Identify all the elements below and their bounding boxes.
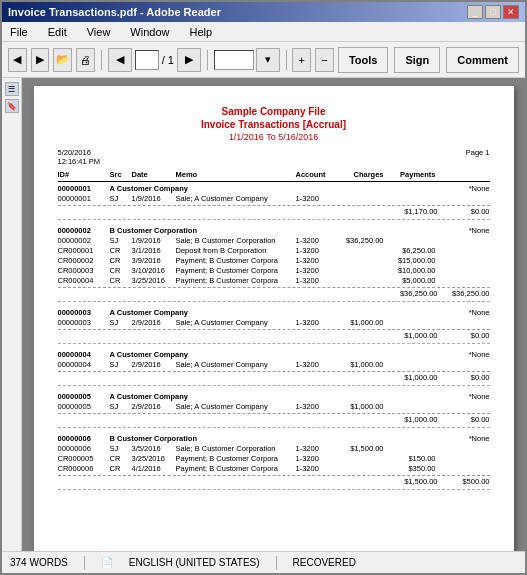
menu-help[interactable]: Help <box>185 25 216 39</box>
col-header-id: ID# <box>58 170 110 179</box>
trx-divider <box>58 385 490 386</box>
line-id: CR000005 <box>58 454 110 463</box>
prev-page-button[interactable]: ◀ <box>108 48 132 72</box>
trx-total-payments: $0.00 <box>438 207 490 216</box>
trx-main-id: 00000006 <box>58 434 110 443</box>
col-header-payments: Payments <box>384 170 436 179</box>
line-account: 1-3200 <box>296 444 332 453</box>
table-row: CR000003 CR 3/10/2016 Payment; B Custome… <box>58 266 490 275</box>
line-date: 3/25/2016 <box>132 454 176 463</box>
line-id: 00000003 <box>58 318 110 327</box>
line-payments: $6,250.00 <box>384 246 436 255</box>
trx-total-payments: $0.00 <box>438 415 490 424</box>
col-header-charges: Charges <box>332 170 384 179</box>
comment-button[interactable]: Comment <box>446 47 519 73</box>
line-account: 1-3200 <box>296 276 332 285</box>
minimize-button[interactable]: _ <box>467 5 483 19</box>
line-id: 00000004 <box>58 360 110 369</box>
line-date: 4/1/2016 <box>132 464 176 473</box>
report-title: Invoice Transactions [Accrual] <box>58 119 490 130</box>
table-row: 00000001 SJ 1/9/2016 Sale; A Customer Co… <box>58 194 490 203</box>
status-sep-1 <box>84 556 85 570</box>
table-row: CR000006 CR 4/1/2016 Payment; B Customer… <box>58 464 490 473</box>
zoom-control: 72.2% ▾ <box>214 48 280 72</box>
line-payments <box>384 444 436 453</box>
line-payments: $15,000.00 <box>384 256 436 265</box>
page-sep: / <box>162 54 165 66</box>
line-payments <box>384 360 436 369</box>
line-memo: Sale; A Customer Company <box>176 194 296 203</box>
next-page-button[interactable]: ▶ <box>177 48 201 72</box>
trx-company: A Customer Company <box>110 350 188 359</box>
trx-total-row: $1,000.00 $0.00 <box>58 413 490 424</box>
line-src: SJ <box>110 402 132 411</box>
print-button[interactable]: 🖨 <box>76 48 95 72</box>
trx-company: A Customer Company <box>110 308 188 317</box>
sign-button[interactable]: Sign <box>394 47 440 73</box>
line-memo: Sale; A Customer Company <box>176 402 296 411</box>
trx-main-id: 00000002 <box>58 226 110 235</box>
trx-total-charges: $1,000.00 <box>386 415 438 424</box>
line-src: CR <box>110 246 132 255</box>
trx-total-charges: $36,250.00 <box>386 289 438 298</box>
line-id: CR000004 <box>58 276 110 285</box>
zoom-dropdown-button[interactable]: ▾ <box>256 48 280 72</box>
line-date: 2/9/2016 <box>132 402 176 411</box>
trx-total-payments: $0.00 <box>438 373 490 382</box>
line-src: CR <box>110 266 132 275</box>
table-row: 00000005 SJ 2/9/2016 Sale; A Customer Co… <box>58 402 490 411</box>
trx-name-row: 00000001 A Customer Company *None <box>58 184 490 193</box>
trx-name-row: 00000006 B Customer Corporation *None <box>58 434 490 443</box>
line-id: CR000006 <box>58 464 110 473</box>
line-memo: Deposit from B Corporation <box>176 246 296 255</box>
trx-divider <box>58 301 490 302</box>
open-button[interactable]: 📂 <box>53 48 72 72</box>
content-area[interactable]: Sample Company File Invoice Transactions… <box>22 78 525 551</box>
menu-file[interactable]: File <box>6 25 32 39</box>
menu-edit[interactable]: Edit <box>44 25 71 39</box>
back-button[interactable]: ◀ <box>8 48 27 72</box>
trx-group: 00000002 B Customer Corporation *None 00… <box>58 226 490 302</box>
zoom-in-button[interactable]: + <box>292 48 311 72</box>
trx-total-row: $1,500.00 $500.00 <box>58 475 490 486</box>
report-header-row: 5/20/2016 12:16:41 PM Page 1 <box>58 148 490 166</box>
pdf-page: Sample Company File Invoice Transactions… <box>34 86 514 551</box>
trx-group: 00000004 A Customer Company *None 000000… <box>58 350 490 386</box>
menu-window[interactable]: Window <box>126 25 173 39</box>
tools-button[interactable]: Tools <box>338 47 389 73</box>
line-charges: $36,250.00 <box>332 236 384 245</box>
line-account: 1-3200 <box>296 318 332 327</box>
forward-button[interactable]: ▶ <box>31 48 50 72</box>
report-timestamp: 5/20/2016 12:16:41 PM <box>58 148 101 166</box>
line-memo: Payment; B Customer Corpora <box>176 256 296 265</box>
app-window: Invoice Transactions.pdf - Adobe Reader … <box>0 0 527 575</box>
line-charges <box>332 276 384 285</box>
line-id: CR000001 <box>58 246 110 255</box>
trx-group: 00000003 A Customer Company *None 000000… <box>58 308 490 344</box>
toolbar-sep-2 <box>207 50 208 70</box>
panel-icon-2[interactable]: 🔖 <box>5 99 19 113</box>
line-src: SJ <box>110 444 132 453</box>
menu-view[interactable]: View <box>83 25 115 39</box>
trx-none-label: *None <box>469 184 490 193</box>
col-header-memo: Memo <box>176 170 296 179</box>
page-number-input[interactable]: 1 <box>135 50 159 70</box>
window-controls[interactable]: _ □ ✕ <box>467 5 519 19</box>
trx-total-payments: $0.00 <box>438 331 490 340</box>
trx-total-charges: $1,000.00 <box>386 373 438 382</box>
line-memo: Payment; B Customer Corpora <box>176 266 296 275</box>
trx-total-row: $1,000.00 $0.00 <box>58 371 490 382</box>
line-memo: Sale; B Customer Corporation <box>176 236 296 245</box>
panel-icon-1[interactable]: ☰ <box>5 82 19 96</box>
line-charges <box>332 256 384 265</box>
close-button[interactable]: ✕ <box>503 5 519 19</box>
line-account: 1-3200 <box>296 360 332 369</box>
title-bar: Invoice Transactions.pdf - Adobe Reader … <box>2 2 525 22</box>
line-payments <box>384 318 436 327</box>
zoom-input[interactable]: 72.2% <box>214 50 254 70</box>
trx-divider <box>58 219 490 220</box>
zoom-out-button[interactable]: − <box>315 48 334 72</box>
line-payments <box>384 236 436 245</box>
maximize-button[interactable]: □ <box>485 5 501 19</box>
trx-name-row: 00000003 A Customer Company *None <box>58 308 490 317</box>
